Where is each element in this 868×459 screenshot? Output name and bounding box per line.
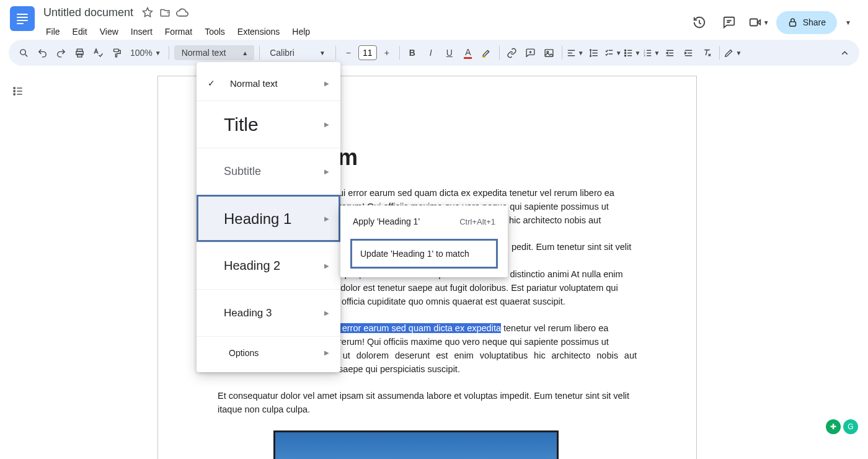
update-heading-1-item[interactable]: Update 'Heading 1' to match bbox=[352, 240, 497, 267]
style-option-title[interactable]: Title ▶ bbox=[197, 100, 340, 148]
menu-insert[interactable]: Insert bbox=[125, 24, 159, 39]
selected-text: Qui error earum sed quam dicta ex expedi… bbox=[326, 323, 501, 333]
docs-logo[interactable] bbox=[10, 6, 35, 31]
svg-point-9 bbox=[624, 50, 626, 51]
document-title[interactable]: Untitled document bbox=[40, 6, 137, 19]
search-menus-icon[interactable] bbox=[15, 44, 32, 61]
align-button[interactable]: ▼ bbox=[566, 44, 584, 61]
numbered-list-button[interactable]: 123▼ bbox=[642, 44, 660, 61]
share-button[interactable]: Share bbox=[776, 11, 837, 34]
share-label: Share bbox=[803, 17, 826, 27]
zoom-select[interactable]: 100%▼ bbox=[126, 48, 165, 58]
highlight-button[interactable] bbox=[478, 44, 495, 61]
checklist-button[interactable]: ▼ bbox=[604, 44, 622, 61]
insert-link-icon[interactable] bbox=[503, 44, 521, 61]
paragraph: Et consequatur dolor vel amet ipsam sit … bbox=[218, 390, 637, 417]
menu-extensions[interactable]: Extensions bbox=[231, 24, 286, 39]
extension-badge-icon[interactable]: ✚ bbox=[826, 419, 841, 434]
history-icon[interactable] bbox=[687, 10, 712, 35]
svg-point-17 bbox=[14, 94, 16, 96]
grammarly-icon[interactable]: G bbox=[843, 419, 858, 434]
heading-1-submenu: Apply 'Heading 1' Ctrl+Alt+1 Update 'Hea… bbox=[340, 205, 508, 277]
undo-icon[interactable] bbox=[33, 44, 51, 61]
clear-formatting-icon[interactable] bbox=[698, 44, 715, 61]
bulleted-list-button[interactable]: ▼ bbox=[623, 44, 641, 61]
redo-icon[interactable] bbox=[52, 44, 69, 61]
extension-badges: ✚ G bbox=[826, 419, 858, 434]
toolbar: 100%▼ Normal text▲ Calibri▼ − + B I U A … bbox=[9, 40, 859, 66]
increase-indent-icon[interactable] bbox=[680, 44, 697, 61]
menu-view[interactable]: View bbox=[94, 24, 125, 39]
svg-point-11 bbox=[624, 55, 626, 56]
svg-rect-1 bbox=[789, 22, 795, 26]
menu-format[interactable]: Format bbox=[159, 24, 198, 39]
style-option-normal[interactable]: ✓ Normal text ▶ bbox=[197, 66, 340, 100]
svg-point-16 bbox=[14, 91, 16, 92]
spellcheck-icon[interactable] bbox=[89, 44, 107, 61]
bold-button[interactable]: B bbox=[404, 44, 421, 61]
text-color-button[interactable]: A bbox=[459, 44, 477, 61]
chevron-right-icon: ▶ bbox=[324, 168, 329, 175]
style-option-heading-3[interactable]: Heading 3 ▶ bbox=[197, 289, 340, 336]
style-option-heading-1[interactable]: Heading 1 ▶ bbox=[197, 195, 340, 242]
svg-rect-7 bbox=[545, 49, 553, 56]
chevron-right-icon: ▶ bbox=[324, 80, 329, 87]
chevron-right-icon: ▶ bbox=[324, 262, 329, 269]
decrease-font-size-button[interactable]: − bbox=[340, 44, 357, 61]
collapse-toolbar-icon[interactable] bbox=[836, 44, 853, 61]
increase-font-size-button[interactable]: + bbox=[378, 44, 396, 61]
menu-tools[interactable]: Tools bbox=[198, 24, 231, 39]
print-icon[interactable] bbox=[71, 44, 88, 61]
svg-point-15 bbox=[14, 87, 16, 89]
comments-icon[interactable] bbox=[717, 10, 742, 35]
share-more-button[interactable]: ▼ bbox=[839, 19, 857, 26]
paragraph-styles-button[interactable]: Normal text▲ bbox=[174, 45, 254, 60]
paragraph-styles-menu: ✓ Normal text ▶ Title ▶ Subtitle ▶ Headi… bbox=[197, 62, 340, 372]
apply-heading-1-item[interactable]: Apply 'Heading 1' Ctrl+Alt+1 bbox=[340, 209, 508, 234]
svg-rect-6 bbox=[113, 49, 118, 51]
svg-point-2 bbox=[20, 49, 25, 55]
chevron-up-icon: ▲ bbox=[242, 50, 248, 56]
line-spacing-button[interactable] bbox=[585, 44, 603, 61]
decrease-indent-icon[interactable] bbox=[661, 44, 678, 61]
style-option-subtitle[interactable]: Subtitle ▶ bbox=[197, 148, 340, 195]
svg-text:3: 3 bbox=[644, 54, 645, 57]
style-option-heading-2[interactable]: Heading 2 ▶ bbox=[197, 242, 340, 289]
font-size-input[interactable] bbox=[358, 45, 377, 60]
paint-format-icon[interactable] bbox=[108, 44, 125, 61]
chevron-right-icon: ▶ bbox=[324, 349, 329, 356]
editing-mode-button[interactable]: ▼ bbox=[724, 44, 742, 61]
keyboard-shortcut: Ctrl+Alt+1 bbox=[459, 217, 495, 226]
chevron-down-icon: ▼ bbox=[763, 19, 769, 26]
chevron-right-icon: ▶ bbox=[324, 121, 329, 128]
italic-button[interactable]: I bbox=[422, 44, 440, 61]
menu-edit[interactable]: Edit bbox=[66, 24, 94, 39]
style-option-options[interactable]: Options ▶ bbox=[197, 336, 340, 368]
menu-help[interactable]: Help bbox=[286, 24, 316, 39]
insert-image-icon[interactable] bbox=[541, 44, 558, 61]
embedded-image[interactable] bbox=[273, 430, 559, 459]
underline-button[interactable]: U bbox=[441, 44, 458, 61]
menu-file[interactable]: File bbox=[40, 24, 66, 39]
add-comment-icon[interactable] bbox=[522, 44, 539, 61]
move-icon[interactable] bbox=[158, 6, 172, 19]
menu-bar: File Edit View Insert Format Tools Exten… bbox=[40, 22, 687, 41]
check-icon: ✓ bbox=[208, 78, 224, 88]
chevron-right-icon: ▶ bbox=[324, 310, 329, 316]
font-family-select[interactable]: Calibri▼ bbox=[264, 45, 332, 60]
cloud-status-icon[interactable] bbox=[175, 6, 189, 19]
svg-point-10 bbox=[624, 52, 626, 53]
document-outline-icon[interactable] bbox=[9, 82, 27, 100]
chevron-right-icon: ▶ bbox=[324, 215, 329, 222]
star-icon[interactable] bbox=[141, 6, 154, 19]
meet-icon[interactable]: ▼ bbox=[746, 10, 771, 35]
svg-rect-0 bbox=[750, 19, 757, 26]
